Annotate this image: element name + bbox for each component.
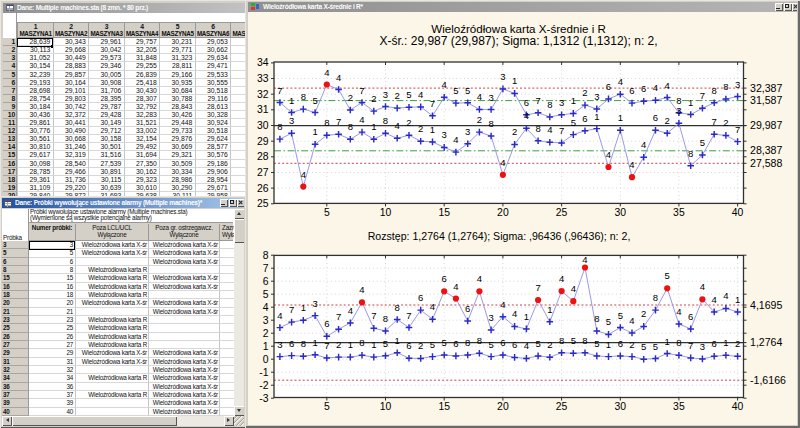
svg-text:1: 1 (395, 335, 400, 346)
svg-text:8: 8 (277, 121, 282, 132)
svg-text:4: 4 (723, 290, 728, 301)
svg-text:8: 8 (383, 313, 388, 324)
svg-text:4: 4 (700, 281, 705, 292)
svg-text:7: 7 (277, 85, 282, 96)
svg-text:8: 8 (263, 250, 269, 261)
svg-text:2: 2 (477, 114, 482, 125)
svg-text:10: 10 (380, 401, 392, 412)
svg-text:5: 5 (430, 339, 435, 350)
svg-text:3: 3 (735, 79, 740, 90)
svg-text:15: 15 (438, 401, 450, 412)
svg-text:1: 1 (312, 337, 317, 348)
svg-text:5: 5 (665, 270, 670, 281)
svg-text:-1: -1 (259, 367, 268, 378)
svg-text:8: 8 (348, 121, 353, 132)
svg-text:8: 8 (559, 335, 564, 346)
svg-text:8: 8 (359, 337, 364, 348)
svg-text:5: 5 (594, 338, 599, 349)
svg-text:8: 8 (594, 313, 599, 324)
svg-text:0: 0 (263, 354, 269, 365)
svg-text:6: 6 (406, 340, 411, 351)
svg-text:2: 2 (582, 87, 587, 98)
svg-text:3: 3 (277, 339, 282, 350)
svg-text:31,587: 31,587 (750, 94, 783, 106)
svg-text:26: 26 (257, 183, 269, 194)
svg-text:25: 25 (556, 401, 568, 412)
svg-text:4: 4 (500, 299, 505, 310)
svg-text:7: 7 (324, 340, 329, 351)
svg-text:7: 7 (700, 90, 705, 101)
svg-text:6: 6 (500, 337, 505, 348)
svg-text:5: 5 (571, 117, 576, 128)
svg-text:33: 33 (257, 73, 269, 84)
svg-text:8: 8 (301, 338, 306, 349)
svg-text:6: 6 (512, 339, 517, 350)
svg-text:6: 6 (582, 113, 587, 124)
svg-text:34: 34 (257, 57, 269, 68)
svg-text:6: 6 (418, 292, 423, 303)
svg-text:7: 7 (535, 282, 540, 293)
svg-text:20: 20 (497, 207, 509, 218)
svg-text:3: 3 (594, 91, 599, 102)
svg-text:35: 35 (673, 207, 685, 218)
svg-text:4: 4 (336, 72, 341, 83)
svg-text:5: 5 (263, 289, 269, 300)
svg-text:1: 1 (312, 126, 317, 137)
svg-text:27,588: 27,588 (750, 157, 783, 169)
svg-text:1,2764: 1,2764 (750, 336, 783, 348)
svg-text:6: 6 (324, 318, 329, 329)
svg-text:4: 4 (571, 283, 576, 294)
svg-text:40: 40 (732, 207, 744, 218)
svg-text:6: 6 (263, 276, 269, 287)
svg-text:5: 5 (653, 341, 658, 352)
svg-text:5: 5 (324, 401, 330, 412)
svg-text:7: 7 (535, 95, 540, 106)
svg-text:1: 1 (688, 97, 693, 108)
svg-text:2: 2 (348, 92, 353, 103)
svg-text:6: 6 (524, 97, 529, 108)
svg-text:3: 3 (383, 89, 388, 100)
svg-text:2: 2 (735, 338, 740, 349)
svg-text:8: 8 (676, 337, 681, 348)
svg-text:4: 4 (395, 120, 400, 131)
svg-text:4: 4 (547, 124, 552, 135)
svg-text:5: 5 (453, 85, 458, 96)
svg-text:4: 4 (359, 114, 364, 125)
svg-text:30: 30 (615, 207, 627, 218)
svg-text:7: 7 (263, 263, 269, 274)
svg-text:4: 4 (629, 315, 634, 326)
svg-text:8: 8 (547, 99, 552, 110)
svg-text:5: 5 (383, 338, 388, 349)
svg-text:1: 1 (618, 112, 623, 123)
svg-text:5: 5 (571, 335, 576, 346)
svg-text:2: 2 (418, 123, 423, 134)
svg-text:27: 27 (257, 167, 269, 178)
svg-text:6: 6 (712, 338, 717, 349)
svg-text:25: 25 (257, 198, 269, 209)
svg-text:4: 4 (430, 301, 435, 312)
svg-text:3: 3 (263, 315, 269, 326)
svg-text:4: 4 (512, 308, 517, 319)
svg-text:5: 5 (641, 341, 646, 352)
svg-text:1: 1 (665, 336, 670, 347)
svg-text:3: 3 (488, 92, 493, 103)
svg-text:7: 7 (289, 304, 294, 315)
svg-text:1: 1 (735, 294, 740, 305)
svg-text:7: 7 (406, 310, 411, 321)
svg-text:1: 1 (723, 337, 728, 348)
svg-text:5: 5 (465, 85, 470, 96)
svg-text:2: 2 (395, 90, 400, 101)
svg-text:8: 8 (712, 85, 717, 96)
svg-text:1: 1 (263, 341, 269, 352)
svg-text:1: 1 (289, 95, 294, 106)
svg-text:4: 4 (277, 310, 282, 321)
svg-text:2: 2 (512, 126, 517, 137)
svg-text:4: 4 (712, 294, 717, 305)
svg-text:6: 6 (618, 338, 623, 349)
svg-text:6: 6 (641, 83, 646, 94)
svg-text:28: 28 (257, 151, 269, 162)
svg-text:8: 8 (395, 302, 400, 313)
svg-text:20: 20 (497, 401, 509, 412)
svg-text:5: 5 (406, 89, 411, 100)
svg-text:8: 8 (477, 335, 482, 346)
